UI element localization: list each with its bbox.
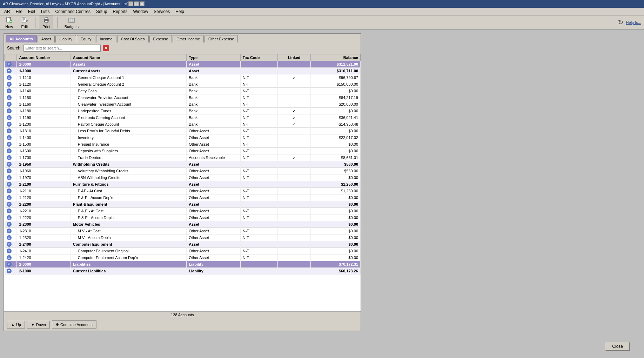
row-expand-icon[interactable]: ⊕ [5,81,17,88]
up-button[interactable]: ▲ Up [7,321,25,329]
row-expand-icon[interactable]: ⊕ [5,88,17,94]
menu-command-centres[interactable]: Command Centres [52,8,93,15]
menu-services[interactable]: Services [151,8,173,15]
combine-accounts-button[interactable]: ⊕ Combine Accounts [52,320,96,329]
row-expand-icon[interactable]: ⊕ [5,128,17,134]
table-row[interactable]: ⊕ 1-1200 Payroll Cheque Account Bank N-T… [5,121,361,128]
table-row[interactable]: ⊕ 1-1960 Voluntary Withholding Credits O… [5,168,361,174]
menu-window[interactable]: Window [130,8,151,15]
row-expand-icon[interactable]: ▼ [5,68,17,74]
row-expand-icon[interactable]: ▼ [5,241,17,248]
row-expand-icon[interactable]: ▼ [5,201,17,208]
row-expand-icon[interactable]: ⊕ [5,154,17,161]
row-expand-icon[interactable]: ⊕ [5,168,17,174]
tab-expense[interactable]: Expense [149,35,172,42]
table-row[interactable]: ▼ 1-0000 Assets Asset $312,521.00 [5,61,361,68]
row-expand-icon[interactable]: ⊕ [5,188,17,194]
refresh-icon[interactable]: ↻ [618,19,623,26]
budgets-button[interactable]: Budgets [62,15,81,30]
row-expand-icon[interactable]: ⊕ [5,141,17,148]
table-row[interactable]: ▼ 2-1000 Current Liabilities Liability $… [5,268,361,274]
row-expand-icon[interactable]: ⊕ [5,228,17,234]
table-row[interactable]: ▼ 1-2400 Computer Equipment Asset $0.00 [5,241,361,248]
edit-button[interactable]: Edit [18,15,31,30]
accounts-table-container[interactable]: Account Number Account Name Type Tax Cod… [4,54,361,311]
col-linked-header[interactable]: Linked [277,54,310,61]
row-expand-icon[interactable]: ⊕ [5,214,17,221]
row-expand-icon[interactable]: ⊕ [5,174,17,181]
new-button[interactable]: New [3,15,15,30]
table-row[interactable]: ⊕ 1-2320 M V - Accum Dep'n Other Asset N… [5,234,361,241]
row-expand-icon[interactable]: ▼ [5,268,17,274]
row-expand-icon[interactable]: ⊕ [5,74,17,81]
row-expand-icon[interactable]: ⊕ [5,108,17,114]
table-row[interactable]: ⊕ 1-1500 Prepaid Insurance Other Asset N… [5,141,361,148]
tab-equity[interactable]: Equity [77,35,95,42]
table-row[interactable]: ⊕ 1-1310 Less Prov'n for Doubtful Debts … [5,128,361,134]
table-row[interactable]: ⊕ 1-1600 Deposits with Suppliers Other A… [5,148,361,154]
down-button[interactable]: ▼ Down [27,321,50,329]
tab-cost-of-sales[interactable]: Cost Of Sales [117,35,149,42]
minimize-button[interactable]: ─ [128,1,133,6]
table-row[interactable]: ⊕ 1-2310 M V - At Cost Other Asset N-T $… [5,228,361,234]
col-account-number-header[interactable]: Account Number [17,54,71,61]
row-expand-icon[interactable]: ⊕ [5,248,17,254]
table-row[interactable]: ⊕ 1-1180 Undeposited Funds Bank N-T ✓ $0… [5,108,361,114]
table-row[interactable]: ▼ 1-2200 Plant & Equipment Asset $0.00 [5,201,361,208]
menu-setup[interactable]: Setup [93,8,110,15]
table-row[interactable]: ▼ 1-1950 Withholding Credits Asset $560.… [5,161,361,168]
table-row[interactable]: ⊕ 1-2120 F & F - Accum Dep'n Other Asset… [5,194,361,201]
table-row[interactable]: ⊕ 1-2420 Computer Equipment Accum Dep'n … [5,254,361,261]
menu-file[interactable]: File [13,8,25,15]
col-type-header[interactable]: Type [187,54,240,61]
table-row[interactable]: ⊕ 1-1970 ABN Withholding Credits Other A… [5,174,361,181]
table-row[interactable]: ⊕ 1-2110 F &F - At Cost Other Asset N-T … [5,188,361,194]
help-link[interactable]: Help fc... [626,20,641,25]
row-expand-icon[interactable]: ⊕ [5,234,17,241]
menu-edit[interactable]: Edit [25,8,38,15]
col-account-name-header[interactable]: Account Name [71,54,186,61]
menu-help[interactable]: Help [173,8,187,15]
table-row[interactable]: ▼ 2-0000 Liabilities Liability $70,172.3… [5,261,361,268]
menu-ar[interactable]: AR [1,8,13,15]
row-expand-icon[interactable]: ⊕ [5,148,17,154]
table-row[interactable]: ⊕ 1-1140 Petty Cash Bank N-T $0.00 [5,88,361,94]
row-expand-icon[interactable]: ▼ [5,161,17,168]
table-row[interactable]: ▼ 1-1000 Current Assets Asset $310,711.0… [5,68,361,74]
col-tax-code-header[interactable]: Tax Code [240,54,277,61]
menu-lists[interactable]: Lists [38,8,53,15]
table-row[interactable]: ⊕ 1-1700 Trade Debtors Accounts Receivab… [5,154,361,161]
close-window-button[interactable]: ✕ [140,1,145,6]
table-row[interactable]: ⊕ 1-1400 Inventory Other Asset N-T $22,0… [5,134,361,141]
col-balance-header[interactable]: Balance [311,54,361,61]
table-row[interactable]: ⊕ 1-2210 P & E - At Cost Other Asset N-T… [5,208,361,214]
row-expand-icon[interactable]: ▼ [5,181,17,188]
table-row[interactable]: ⊕ 1-1120 General Cheque Account 2 Bank N… [5,81,361,88]
tab-income[interactable]: Income [96,35,116,42]
table-row[interactable]: ⊕ 1-1110 General Cheque Account 1 Bank N… [5,74,361,81]
row-expand-icon[interactable]: ⊕ [5,114,17,121]
table-row[interactable]: ▼ 1-2100 Furniture & Fittings Asset $1,2… [5,181,361,188]
print-button[interactable]: Print [40,15,53,30]
tab-other-expense[interactable]: Other Expense [204,35,238,42]
row-expand-icon[interactable]: ⊕ [5,101,17,108]
row-expand-icon[interactable]: ▼ [5,221,17,228]
row-expand-icon[interactable]: ⊕ [5,121,17,128]
row-expand-icon[interactable]: ⊕ [5,208,17,214]
maximize-button[interactable]: □ [134,1,139,6]
row-expand-icon[interactable]: ▼ [5,261,17,268]
row-expand-icon[interactable]: ▼ [5,61,17,68]
row-expand-icon[interactable]: ⊕ [5,134,17,141]
menu-reports[interactable]: Reports [110,8,130,15]
table-row[interactable]: ⊕ 1-1160 Clearwater Investment Account B… [5,101,361,108]
table-row[interactable]: ⊕ 1-2220 P & E - Accum Dep'n Other Asset… [5,214,361,221]
row-expand-icon[interactable]: ⊕ [5,254,17,261]
table-row[interactable]: ▼ 1-2300 Motor Vehicles Asset $0.00 [5,221,361,228]
search-input[interactable] [24,45,101,52]
tab-all-accounts[interactable]: All Accounts [6,35,37,42]
close-button[interactable]: Close [605,342,630,351]
row-expand-icon[interactable]: ⊕ [5,194,17,201]
tab-asset[interactable]: Asset [38,35,55,42]
table-row[interactable]: ⊕ 1-2410 Computer Equipment Original Oth… [5,248,361,254]
tab-liability[interactable]: Liability [55,35,76,42]
